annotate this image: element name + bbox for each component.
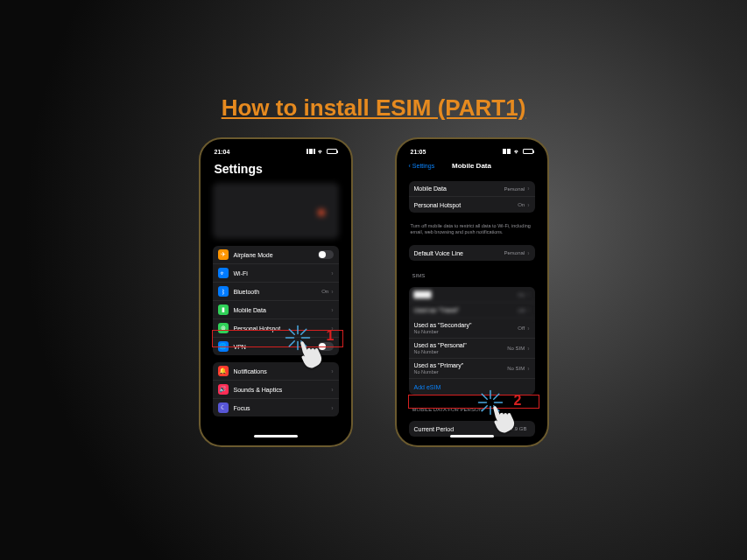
status-time: 21:04 [215,149,230,155]
sims-group: ████ On › Used as "Travel" Off › Used as… [409,287,535,395]
sims-header: SIMs [402,268,542,280]
chevron-right-icon: › [331,289,333,295]
bluetooth-row[interactable]: ᛒ Bluetooth On › [213,283,339,301]
back-label: Settings [412,163,434,169]
svg-line-15 [482,406,487,411]
chevron-right-icon: › [331,368,333,374]
focus-label: Focus [234,405,332,411]
pointer-hand-icon [488,400,521,433]
svg-line-7 [289,341,294,346]
mobile-data-label: Mobile Data [414,186,504,192]
airplane-label: Airplane Mode [234,252,318,258]
svg-line-4 [289,329,294,334]
notch [446,144,498,155]
wifi-row[interactable]: ᯤ Wi-Fi › [213,264,339,283]
mobile-data-value: Personal [504,186,525,192]
moon-icon: ☾ [218,402,229,413]
svg-line-6 [300,329,306,334]
bluetooth-value: On [321,289,328,294]
home-indicator [254,435,298,438]
signal-icon [503,149,511,154]
sim-sublabel: No Number [414,329,472,334]
chevron-right-icon: › [527,202,529,208]
phone-right: 21:05 ᯤ ‹ Settings Mobile Data Mobile Da… [395,137,549,447]
hotspot-label: Personal Hotspot [414,202,518,208]
personal-hotspot-row[interactable]: Personal Hotspot On › [409,197,535,213]
sim-sublabel: No Number [414,369,464,374]
chevron-right-icon: › [331,405,333,411]
sim-status: On [518,292,525,298]
sim-label: ████ [414,291,518,298]
mobile-data-group: Mobile Data Personal › Personal Hotspot … [409,181,535,213]
default-voice-label: Default Voice Line [414,250,504,256]
bluetooth-label: Bluetooth [234,289,322,295]
chevron-right-icon: › [331,307,333,313]
sim-status: Off [518,308,525,313]
mobile-data-row[interactable]: Mobile Data Personal › [409,181,535,197]
sounds-row[interactable]: 🔊 Sounds & Haptics › [213,381,339,399]
chevron-right-icon: › [527,346,529,352]
sim-row-travel[interactable]: Used as "Travel" Off › [409,303,535,318]
sim-sublabel: No Number [414,349,467,354]
battery-icon [327,149,337,154]
sim-label: Used as "Primary" [414,362,464,368]
wifi-status-icon: ᯤ [514,149,520,155]
back-button[interactable]: ‹ Settings [409,163,435,169]
pointer-hand-icon [295,335,328,368]
hotspot-label: Personal Hotspot [234,326,332,332]
airplane-mode-row[interactable]: ✈ Airplane Mode [213,246,339,264]
sim-label: Used as "Personal" [414,342,467,348]
voice-group: Default Voice Line Personal › [409,245,535,261]
antenna-icon: ▮ [218,304,229,315]
default-voice-row[interactable]: Default Voice Line Personal › [409,245,535,261]
hotspot-icon: ⊚ [218,323,229,333]
phone-left: 21:04 ᯤ Settings ✈ Airplane Mode ᯤ [199,137,353,447]
svg-line-12 [482,394,487,399]
sim-row-personal[interactable]: Used as "Personal" No Number No SIM › [409,339,535,359]
phones-container: 21:04 ᯤ Settings ✈ Airplane Mode ᯤ [0,137,747,447]
chevron-right-icon: › [527,326,529,332]
page-title: How to install ESIM (PART1) [0,0,747,122]
focus-row[interactable]: ☾ Focus › [213,399,339,416]
account-section-blurred [213,183,339,239]
battery-icon [523,149,533,154]
vpn-icon: 🌐 [218,341,229,352]
signal-icon [307,149,315,154]
notifications-label: Notifications [234,368,332,374]
sim-label: Used as "Travel" [414,307,518,313]
sim-status: Off [518,326,525,331]
hotspot-value: On [518,202,525,207]
add-esim-label: Add eSIM [414,384,530,390]
chevron-right-icon: › [527,366,529,372]
default-voice-value: Personal [504,250,525,256]
sim-status: No SIM [507,346,525,351]
chevron-right-icon: › [527,186,529,192]
sim-status: No SIM [507,366,525,371]
nav-title: Mobile Data [452,162,491,170]
status-time: 21:05 [411,149,426,155]
mobile-data-label: Mobile Data [234,307,332,313]
chevron-right-icon: › [527,291,529,298]
hint-text: Turn off mobile data to restrict all dat… [402,220,542,238]
wifi-icon: ᯤ [218,268,229,278]
wifi-status-icon: ᯤ [318,149,324,155]
preferences-group: 🔔 Notifications › 🔊 Sounds & Haptics › ☾… [213,362,339,416]
settings-heading: Settings [206,157,346,179]
notification-dot-icon [318,209,325,216]
svg-line-14 [493,394,498,399]
bluetooth-icon: ᛒ [218,286,229,297]
sim-row-primary[interactable]: Used as "Primary" No Number No SIM › [409,359,535,379]
speaker-icon: 🔊 [218,384,229,395]
mobile-data-row[interactable]: ▮ Mobile Data › [213,301,339,319]
sim-row-secondary[interactable]: Used as "Secondary" No Number Off › [409,318,535,339]
airplane-toggle[interactable] [318,250,334,259]
home-indicator [450,435,494,438]
sim-row-active[interactable]: ████ On › [409,287,535,303]
sounds-label: Sounds & Haptics [234,387,332,393]
chevron-left-icon: ‹ [409,163,411,169]
nav-header: ‹ Settings Mobile Data [402,157,542,174]
notch [250,144,302,155]
chevron-right-icon: › [331,387,333,393]
chevron-right-icon: › [527,250,529,256]
sim-label: Used as "Secondary" [414,322,472,328]
